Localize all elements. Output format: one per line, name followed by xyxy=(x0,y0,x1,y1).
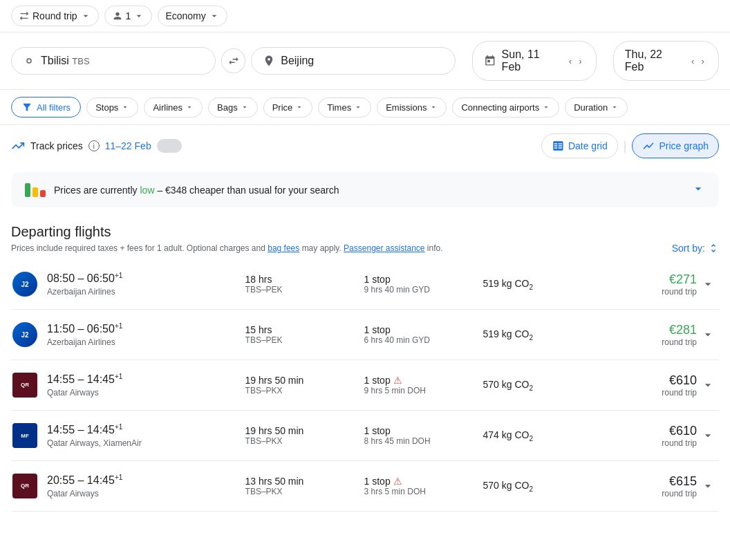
co2-main: 570 kg CO2 xyxy=(483,379,601,392)
depart-date-picker[interactable]: Sun, 11 Feb ‹ › xyxy=(472,41,597,81)
airline-logo-container: J2 xyxy=(11,270,39,298)
co2-main: 519 kg CO2 xyxy=(483,278,601,291)
passengers-label: 1 xyxy=(126,10,131,21)
flight-time-main: 14:55 – 14:45+1 xyxy=(47,423,245,436)
stops-main: 1 stop ⚠ xyxy=(364,476,483,487)
search-bar: Tbilisi TBS Beijing Sun, 11 Feb ‹ › Thu,… xyxy=(0,32,730,90)
expand-flight-icon[interactable] xyxy=(697,328,719,342)
track-info-icon[interactable]: i xyxy=(88,140,100,151)
chevron-duration-icon xyxy=(610,103,619,111)
airline-logo: QR xyxy=(12,373,37,398)
return-date-text: Thu, 22 Feb xyxy=(625,48,683,73)
track-prices-toggle[interactable] xyxy=(157,139,182,153)
stops-filter[interactable]: Stops xyxy=(86,97,138,118)
chevron-connecting-icon xyxy=(542,103,550,111)
chevron-down-flight-icon xyxy=(701,378,715,392)
expand-flight-icon[interactable] xyxy=(697,277,719,291)
swap-icon xyxy=(227,55,240,67)
expand-flight-icon[interactable] xyxy=(697,429,719,442)
airline-logo: J2 xyxy=(12,272,37,297)
depart-prev-button[interactable]: ‹ xyxy=(566,53,574,69)
circle-icon xyxy=(23,55,35,67)
flight-time-main: 20:55 – 14:45+1 xyxy=(47,474,245,487)
bar-yellow xyxy=(32,187,38,197)
return-date-picker[interactable]: Thu, 22 Feb ‹ › xyxy=(613,41,719,81)
emissions-filter[interactable]: Emissions xyxy=(377,97,447,118)
track-label: Track prices xyxy=(30,140,83,151)
airline-logo: MF xyxy=(12,423,37,448)
filter-icon xyxy=(21,102,32,113)
price-graph-icon xyxy=(642,140,655,152)
flight-co2: 570 kg CO2 xyxy=(483,379,601,392)
co2-main: 474 kg CO2 xyxy=(483,429,601,442)
chevron-airlines-icon xyxy=(185,103,194,111)
depart-date-nav: ‹ › xyxy=(566,53,585,69)
price-type: round trip xyxy=(601,388,697,398)
duration-route: TBS–PKX xyxy=(245,436,364,446)
location-icon xyxy=(263,55,275,67)
date-grid-icon xyxy=(552,140,564,152)
stops-detail: 8 hrs 45 min DOH xyxy=(364,436,483,446)
flight-stops: 1 stop 8 hrs 45 min DOH xyxy=(364,425,483,446)
passengers-selector[interactable]: 1 xyxy=(104,6,153,26)
view-divider: | xyxy=(624,139,627,153)
flight-co2: 519 kg CO2 xyxy=(483,278,601,291)
passenger-assistance-link[interactable]: Passenger assistance xyxy=(344,243,424,253)
expand-flight-icon[interactable] xyxy=(697,479,719,493)
sort-by-button[interactable]: Sort by: xyxy=(672,243,719,254)
chevron-down-icon2 xyxy=(133,10,144,21)
flight-duration: 13 hrs 50 min TBS–PKX xyxy=(245,476,364,496)
price-type: round trip xyxy=(601,337,697,347)
stops-main: 1 stop xyxy=(364,425,483,436)
return-next-button[interactable]: › xyxy=(699,53,707,69)
connecting-airports-filter[interactable]: Connecting airports xyxy=(452,97,559,118)
flight-row[interactable]: QR 14:55 – 14:45+1 Qatar Airways 19 hrs … xyxy=(11,360,719,411)
stops-detail: 9 hrs 40 min GYD xyxy=(364,285,483,295)
price-banner-expand[interactable] xyxy=(691,182,705,198)
destination-input[interactable]: Beijing xyxy=(251,47,456,75)
departing-info: Prices include required taxes + fees for… xyxy=(11,243,443,253)
stops-detail: 3 hrs 5 min DOH xyxy=(364,487,483,496)
airline-logo: J2 xyxy=(12,322,37,347)
chevron-down-flight-icon xyxy=(701,328,715,342)
price-banner[interactable]: Prices are currently low – €348 cheaper … xyxy=(11,172,719,207)
bags-filter[interactable]: Bags xyxy=(208,97,258,118)
trip-type-selector[interactable]: Round trip xyxy=(11,6,99,26)
flight-times: 14:55 – 14:45+1 Qatar Airways xyxy=(39,373,245,397)
cabin-selector[interactable]: Economy xyxy=(158,6,227,26)
flight-stops: 1 stop 9 hrs 40 min GYD xyxy=(364,274,483,295)
swap-button[interactable] xyxy=(221,48,245,73)
airlines-filter[interactable]: Airlines xyxy=(144,97,203,118)
duration-filter[interactable]: Duration xyxy=(565,97,628,118)
bag-fees-link[interactable]: bag fees xyxy=(268,243,299,253)
co2-main: 519 kg CO2 xyxy=(483,328,601,342)
chevron-down-flight-icon xyxy=(701,479,715,493)
origin-input[interactable]: Tbilisi TBS xyxy=(11,47,216,75)
chevron-stops-icon xyxy=(121,103,129,111)
stops-main: 1 stop xyxy=(364,324,483,335)
times-filter[interactable]: Times xyxy=(318,97,371,118)
flight-row[interactable]: J2 08:50 – 06:50+1 Azerbaijan Airlines 1… xyxy=(11,259,719,310)
flight-price: €610 round trip xyxy=(601,373,697,398)
expand-flight-icon[interactable] xyxy=(697,378,719,392)
flight-row[interactable]: QR 20:55 – 14:45+1 Qatar Airways 13 hrs … xyxy=(11,461,719,512)
flight-row[interactable]: J2 11:50 – 06:50+1 Azerbaijan Airlines 1… xyxy=(11,310,719,360)
departing-title: Departing flights xyxy=(11,224,719,240)
airline-logo-container: QR xyxy=(11,371,39,399)
flight-price: €615 round trip xyxy=(601,474,697,498)
flight-times: 20:55 – 14:45+1 Qatar Airways xyxy=(39,474,245,498)
depart-next-button[interactable]: › xyxy=(576,53,584,69)
origin-text: Tbilisi TBS xyxy=(41,55,90,67)
flight-airline: Qatar Airways xyxy=(47,388,245,398)
flight-times: 14:55 – 14:45+1 Qatar Airways, XiamenAir xyxy=(39,423,245,447)
airline-logo: QR xyxy=(12,474,37,498)
airline-logo-container: QR xyxy=(11,472,39,500)
all-filters-button[interactable]: All filters xyxy=(11,97,81,118)
flight-row[interactable]: MF 14:55 – 14:45+1 Qatar Airways, Xiamen… xyxy=(11,411,719,461)
all-filters-label: All filters xyxy=(37,102,71,113)
price-filter[interactable]: Price xyxy=(263,97,313,118)
date-grid-button[interactable]: Date grid xyxy=(541,133,618,158)
stops-main: 1 stop xyxy=(364,274,483,285)
return-prev-button[interactable]: ‹ xyxy=(689,53,697,69)
price-graph-button[interactable]: Price graph xyxy=(632,133,719,158)
